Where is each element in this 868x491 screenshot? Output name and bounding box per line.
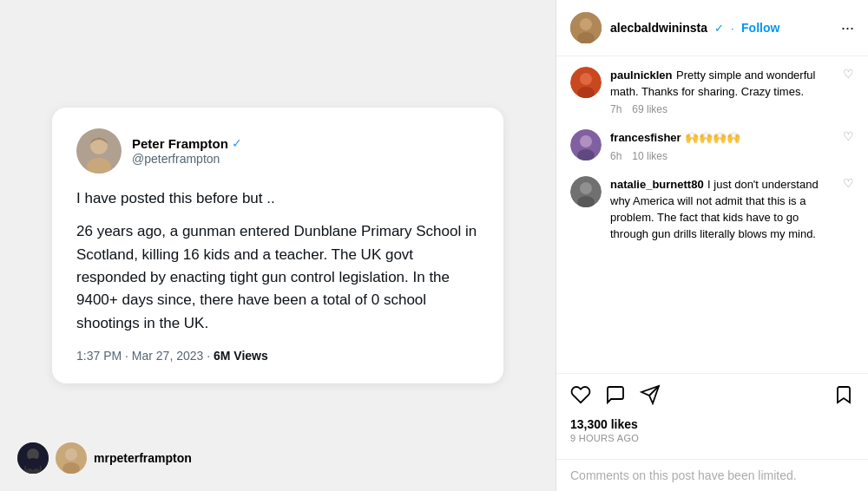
comment-heart-3[interactable]: ♡ [843, 176, 854, 243]
comment-time-1: 7h [610, 103, 621, 115]
comment-avatar-1 [570, 67, 602, 98]
verified-icon: ✓ [232, 136, 242, 150]
tweet-line2: 26 years ago, a gunman entered Dunblane … [76, 220, 479, 335]
rp-header-info: alecbaldwininsta ✓ · Follow [610, 20, 829, 36]
svg-point-7 [65, 448, 77, 461]
comment-item: paulnicklen Pretty simple and wonderful … [570, 67, 854, 115]
bottom-bar: mrpeterframpton [17, 442, 192, 474]
action-icons-row [570, 384, 854, 410]
comment-icon[interactable] [605, 384, 626, 410]
rp-dot-separator: · [731, 22, 734, 35]
tweet-avatar [76, 128, 122, 173]
tweet-name-row: Peter Frampton ✓ [132, 136, 242, 151]
comment-placeholder: Comments on this post have been limited. [570, 468, 797, 482]
comment-username-3: natalie_burnett80 [610, 178, 704, 191]
comment-avatar-3 [570, 176, 602, 207]
like-icon[interactable] [570, 384, 591, 410]
comment-username-2: francesfisher [610, 131, 681, 144]
right-panel: alecbaldwininsta ✓ · Follow ··· paulnick… [556, 0, 868, 491]
comment-likes-2: 10 likes [632, 150, 667, 162]
share-icon[interactable] [640, 384, 661, 410]
tweet-line1: I have posted this before but .. [76, 187, 479, 210]
left-panel: Peter Frampton ✓ @peterframpton I have p… [0, 0, 556, 491]
comment-body-3: natalie_burnett80 I just don't understan… [610, 176, 834, 243]
bookmark-icon[interactable] [833, 384, 854, 410]
tweet-author-handle: @peterframpton [132, 152, 242, 166]
tweet-timestamp: 1:37 PM · Mar 27, 2023 · [76, 349, 214, 363]
action-bar: 13,300 likes 9 HOURS AGO [556, 373, 868, 459]
comments-section: paulnicklen Pretty simple and wonderful … [556, 56, 868, 373]
comment-heart-1[interactable]: ♡ [843, 67, 854, 115]
tweet-author-name: Peter Frampton [132, 136, 228, 151]
tweet-author-info: Peter Frampton ✓ @peterframpton [132, 136, 242, 166]
rp-verified-icon: ✓ [714, 22, 724, 35]
comment-body-2: francesfisher 🙌🙌🙌🙌 6h 10 likes [610, 129, 834, 161]
svg-point-19 [580, 182, 592, 194]
comment-time-2: 6h [610, 150, 621, 162]
comment-likes-1: 69 likes [632, 103, 667, 115]
bottom-avatar-2 [56, 442, 87, 474]
tweet-meta: 1:37 PM · Mar 27, 2023 · 6M Views [76, 349, 479, 363]
comment-avatar-2 [570, 129, 602, 160]
follow-button[interactable]: Follow [741, 21, 779, 35]
bottom-username: mrpeterframpton [94, 451, 192, 465]
tweet-body: I have posted this before but .. 26 year… [76, 187, 479, 335]
comment-heart-2[interactable]: ♡ [843, 129, 854, 161]
comment-item-2: francesfisher 🙌🙌🙌🙌 6h 10 likes ♡ [570, 129, 854, 161]
comment-text-2: 🙌🙌🙌🙌 [685, 131, 740, 144]
tweet-card: Peter Frampton ✓ @peterframpton I have p… [52, 108, 503, 383]
rp-header-avatar [570, 12, 602, 43]
comment-item-3: natalie_burnett80 I just don't understan… [570, 176, 854, 243]
more-options-button[interactable]: ··· [841, 19, 854, 37]
tweet-views: 6M Views [214, 349, 268, 363]
rp-header: alecbaldwininsta ✓ · Follow ··· [556, 0, 868, 56]
likes-count: 13,300 likes [570, 417, 854, 431]
comment-input-area: Comments on this post have been limited. [556, 459, 868, 491]
svg-point-16 [580, 135, 592, 147]
comment-body-1: paulnicklen Pretty simple and wonderful … [610, 67, 834, 115]
rp-account-name: alecbaldwininsta [610, 21, 707, 35]
tweet-header: Peter Frampton ✓ @peterframpton [76, 128, 479, 173]
comment-meta-2: 6h 10 likes [610, 150, 834, 162]
post-timestamp: 9 HOURS AGO [570, 433, 854, 443]
bottom-avatar-1 [17, 442, 49, 474]
svg-point-10 [580, 18, 592, 30]
comment-username-1: paulnicklen [610, 69, 673, 82]
svg-point-13 [580, 73, 592, 85]
comment-meta-1: 7h 69 likes [610, 103, 834, 115]
